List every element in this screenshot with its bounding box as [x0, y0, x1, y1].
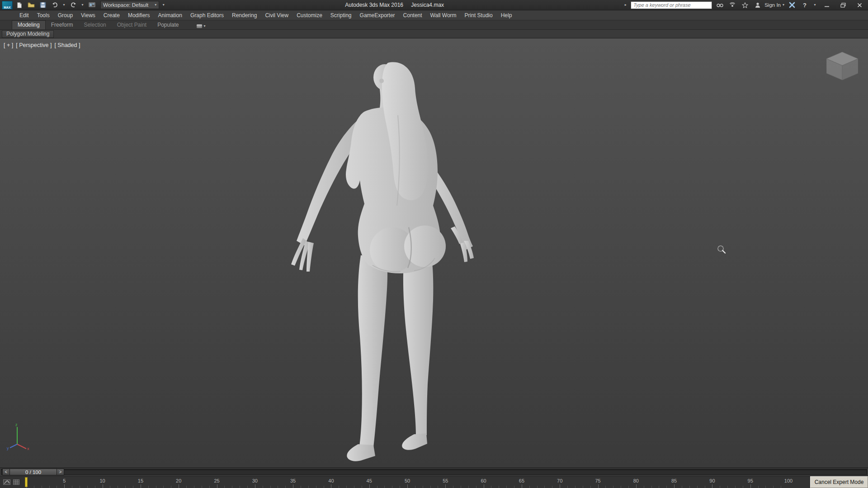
ruler-tick-label: 70 — [557, 478, 562, 483]
menu-item[interactable]: Modifiers — [124, 11, 154, 20]
help-icon[interactable]: ? — [800, 1, 810, 9]
menu-item[interactable]: Civil View — [261, 11, 292, 20]
menu-item[interactable]: Views — [77, 11, 99, 20]
open-file-icon[interactable] — [26, 1, 36, 9]
menu-item[interactable]: Wall Worm — [426, 11, 461, 20]
ruler-tick-label: 85 — [671, 478, 677, 483]
ruler-tick-label: 55 — [443, 478, 448, 483]
viewport-label: [ + ] [ Perspective ] [ Shaded ] — [4, 42, 80, 48]
menu-item[interactable]: Customize — [292, 11, 326, 20]
ruler-tick-label: 5 — [63, 478, 66, 483]
undo-icon[interactable] — [50, 1, 60, 9]
menubar: EditToolsGroupViewsCreateModifiersAnimat… — [0, 10, 868, 20]
ribbon-tab-modeling[interactable]: Modeling — [12, 20, 46, 29]
track-bar: 5101520253035404550556065707580859095100… — [0, 476, 868, 488]
window-title-file: Jessica4.max — [411, 2, 444, 8]
favorites-star-icon[interactable] — [740, 1, 750, 9]
ribbon-minimize-toggle[interactable]: ▾ — [196, 24, 206, 29]
search-binoculars-icon[interactable] — [715, 1, 725, 9]
menu-item[interactable]: GameExporter — [356, 11, 399, 20]
close-button[interactable] — [853, 0, 866, 9]
svg-text:y: y — [7, 446, 9, 450]
ruler-tick-label: 20 — [176, 478, 181, 483]
help-caret-icon[interactable]: ▾ — [812, 1, 817, 9]
ribbon-tab-populate[interactable]: Populate — [152, 21, 184, 29]
undo-dropdown-caret-icon[interactable]: ▾ — [61, 1, 66, 9]
viewcube[interactable] — [826, 52, 858, 80]
previous-frame-button[interactable]: < — [2, 469, 10, 475]
infocenter: ▸ Sign In ▾ ? ▾ — [623, 0, 868, 9]
model-figure[interactable] — [289, 61, 484, 468]
time-slider-track[interactable] — [1, 469, 867, 475]
zoom-cursor-icon — [717, 244, 726, 254]
workspace-dropdown[interactable]: Workspace: Default ▾ — [100, 1, 159, 9]
ruler-tick-label: 75 — [595, 478, 600, 483]
menu-item[interactable]: Create — [99, 11, 124, 20]
svg-text:x: x — [27, 446, 29, 450]
menu-item[interactable]: Rendering — [228, 11, 261, 20]
ruler-tick-label: 45 — [367, 478, 372, 483]
time-slider-handle-group: < 0 / 100 > — [2, 469, 64, 475]
workspace-switcher-icon[interactable] — [87, 1, 97, 9]
menu-item[interactable]: Print Studio — [461, 11, 497, 20]
ruler-tick-label: 35 — [290, 478, 296, 483]
ribbon-state-icon — [196, 24, 203, 28]
app-logo-text: MAX — [4, 6, 11, 9]
infocenter-search-input[interactable] — [631, 1, 712, 9]
ruler-tick-label: 90 — [709, 478, 715, 483]
cancel-expert-mode-button[interactable]: Cancel Expert Mode — [810, 476, 868, 488]
track-bar-filter-icon[interactable] — [12, 479, 20, 485]
polygon-modeling-panel-button[interactable]: Polygon Modeling — [2, 30, 54, 38]
menu-item[interactable]: Animation — [154, 11, 186, 20]
ruler-tick-label: 65 — [519, 478, 524, 483]
ruler-tick-label: 25 — [214, 478, 219, 483]
ruler-tick-label: 30 — [252, 478, 258, 483]
time-slider-row: < 0 / 100 > — [0, 468, 868, 476]
toolbar-overflow-caret-icon[interactable]: ▾ — [161, 1, 166, 9]
viewport-general-menu[interactable]: [ + ] — [4, 42, 13, 48]
ruler-tick-label: 100 — [784, 478, 793, 483]
ribbon-panel-row: Polygon Modeling — [0, 30, 868, 38]
new-scene-icon[interactable] — [14, 1, 24, 9]
viewport-shading-menu[interactable]: [ Shaded ] — [54, 42, 80, 48]
mini-curve-editor-button[interactable] — [3, 479, 11, 485]
workspace-caret-icon: ▾ — [155, 3, 156, 7]
exchange-apps-icon[interactable] — [787, 1, 797, 9]
world-axis-tripod: z x y — [6, 422, 30, 450]
menu-item[interactable]: Tools — [33, 11, 54, 20]
sign-in-button[interactable]: Sign In ▾ — [753, 1, 784, 9]
menu-item[interactable]: Scripting — [326, 11, 356, 20]
menu-item[interactable]: Graph Editors — [186, 11, 228, 20]
menu-item[interactable]: Edit — [15, 11, 33, 20]
user-icon — [753, 1, 763, 9]
communication-center-icon[interactable] — [727, 1, 737, 9]
titlebar: MAX ▾ ▾ Workspace: Default — [0, 0, 868, 10]
save-file-icon[interactable] — [38, 1, 48, 9]
ribbon-tab-freeform[interactable]: Freeform — [46, 21, 79, 29]
menu-item[interactable]: Content — [399, 11, 426, 20]
ribbon-tab-object-paint[interactable]: Object Paint — [112, 21, 152, 29]
ruler-tick-label: 15 — [138, 478, 143, 483]
ruler-tick-label: 95 — [748, 478, 753, 483]
redo-icon[interactable] — [68, 1, 78, 9]
sign-in-caret-icon: ▾ — [783, 3, 784, 7]
app-menu-button[interactable]: MAX — [2, 1, 13, 9]
minimize-button[interactable] — [820, 0, 834, 9]
ribbon-tab-bar: Modeling Freeform Selection Object Paint… — [0, 20, 868, 30]
menu-item[interactable]: Group — [54, 11, 77, 20]
redo-dropdown-caret-icon[interactable]: ▾ — [80, 1, 85, 9]
3ds-max-window: MAX ▾ ▾ Workspace: Default — [0, 0, 868, 488]
current-frame-marker[interactable] — [25, 477, 28, 487]
perspective-viewport[interactable]: [ + ] [ Perspective ] [ Shaded ] — [0, 38, 868, 468]
restore-button[interactable] — [836, 0, 850, 9]
next-frame-button[interactable]: > — [57, 469, 64, 475]
time-slider-handle[interactable]: 0 / 100 — [10, 469, 57, 475]
window-title: Autodesk 3ds Max 2016 Jessica4.max — [166, 2, 623, 8]
ruler-tick-label: 50 — [405, 478, 410, 483]
menu-item[interactable]: Help — [497, 11, 516, 20]
timeline-ruler[interactable]: 5101520253035404550556065707580859095100 — [26, 476, 788, 488]
ribbon-tab-selection[interactable]: Selection — [78, 21, 111, 29]
svg-text:z: z — [15, 422, 18, 427]
viewport-pov-menu[interactable]: [ Perspective ] — [16, 42, 52, 48]
search-scope-caret-icon[interactable]: ▸ — [623, 1, 628, 9]
